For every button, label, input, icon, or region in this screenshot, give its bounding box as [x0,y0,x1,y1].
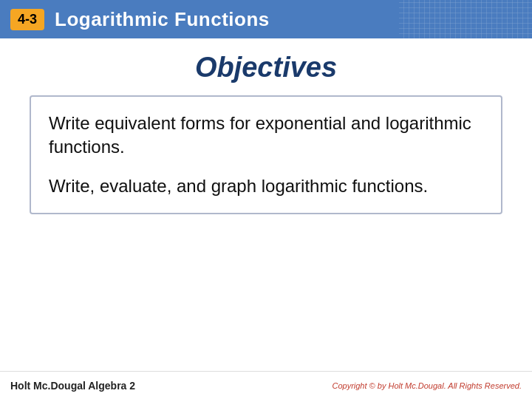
main-content: Objectives Write equivalent forms for ex… [0,38,532,371]
objectives-box: Write equivalent forms for exponential a… [30,95,502,214]
footer-copyright: Copyright © by Holt Mc.Dougal. All Right… [332,381,522,390]
objective-2: Write, evaluate, and graph logarithmic f… [49,174,483,198]
header-pattern [399,0,532,38]
lesson-badge: 4-3 [10,9,44,30]
header: 4-3 Logarithmic Functions [0,0,532,38]
footer: Holt Mc.Dougal Algebra 2 Copyright © by … [0,371,532,399]
objectives-heading: Objectives [195,52,337,83]
objective-1: Write equivalent forms for exponential a… [49,112,483,160]
footer-publisher: Holt Mc.Dougal Algebra 2 [10,380,135,392]
header-title: Logarithmic Functions [55,8,270,31]
